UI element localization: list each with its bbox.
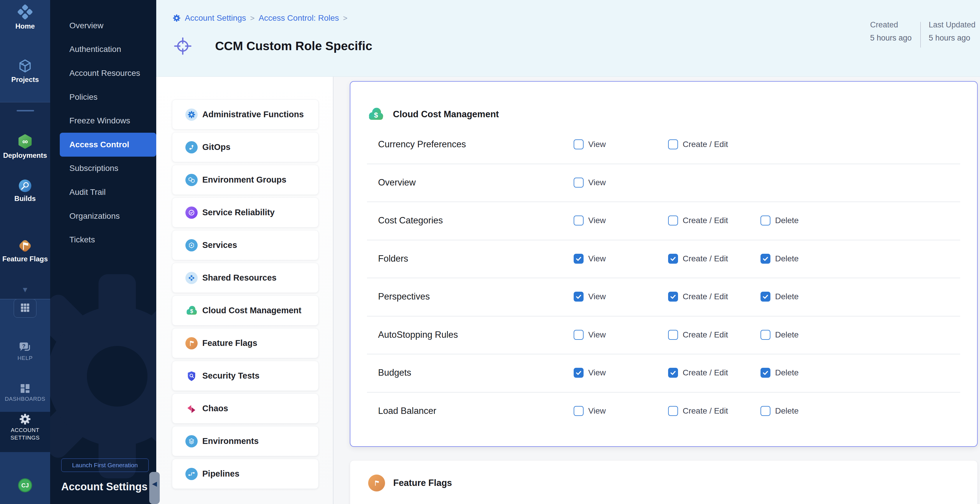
feature-flags-icon	[368, 475, 385, 491]
rail-item-deployments[interactable]: ∞ Deployments	[0, 133, 50, 159]
rail-label-deployments: Deployments	[0, 152, 50, 159]
breadcrumb: Account Settings > Access Control: Roles…	[173, 11, 347, 26]
checkbox-cost-categories-create-edit[interactable]	[668, 215, 678, 225]
resource-card-environments[interactable]: Environments	[172, 426, 318, 456]
resource-list: Administrative FunctionsGitOpsEnvironmen…	[156, 77, 333, 504]
checkbox-folders-delete[interactable]	[760, 254, 770, 264]
cloud-cost-icon: $	[185, 305, 197, 317]
breadcrumb-access-control-roles[interactable]: Access Control: Roles	[259, 13, 339, 23]
checkbox-autostopping-rules-delete[interactable]	[760, 330, 770, 340]
sidenav-list: OverviewAuthenticationAccount ResourcesP…	[50, 14, 156, 252]
shared-resources-icon	[185, 272, 197, 284]
permission-label: View	[588, 330, 606, 340]
row-divider	[367, 316, 960, 316]
resource-card-pipelines[interactable]: Pipelines	[172, 459, 318, 489]
services-icon	[185, 239, 197, 251]
service-reliability-icon	[185, 206, 197, 219]
permission-label: Delete	[775, 254, 799, 263]
resource-card-environment-groups[interactable]: Environment Groups	[172, 165, 318, 195]
sidenav-item-authentication[interactable]: Authentication	[50, 38, 156, 62]
sidenav-item-policies[interactable]: Policies	[50, 85, 156, 109]
resource-card-label: Services	[202, 240, 237, 250]
admin-gear-icon	[185, 108, 197, 121]
permission-label: View	[588, 368, 606, 377]
resource-card-cloud-cost-management[interactable]: $Cloud Cost Management	[172, 295, 318, 325]
checkbox-budgets-view[interactable]	[574, 368, 584, 378]
rail-item-feature-flags[interactable]: Feature Flags	[0, 238, 50, 263]
permission-label: Delete	[775, 216, 799, 225]
rail-item-home[interactable]: Home	[0, 3, 50, 30]
settings-sidenav: OverviewAuthenticationAccount ResourcesP…	[50, 0, 156, 504]
permission-row-load-balancer: Load BalancerViewCreate / EditDelete	[350, 392, 977, 430]
resource-card-security-tests[interactable]: Security Tests	[172, 361, 318, 391]
rail-item-projects[interactable]: Projects	[0, 57, 50, 84]
permission-row-label: Cost Categories	[378, 215, 443, 226]
sidenav-item-audit-trail[interactable]: Audit Trail	[50, 180, 156, 204]
checkbox-load-balancer-create-edit[interactable]	[668, 406, 678, 416]
checkbox-overview-view[interactable]	[574, 178, 584, 188]
resource-card-label: Security Tests	[202, 371, 259, 381]
checkbox-autostopping-rules-view[interactable]	[574, 330, 584, 340]
gear-watermark-icon	[50, 260, 156, 493]
rail-label-settings: SETTINGS	[0, 434, 50, 442]
breadcrumb-account-settings[interactable]: Account Settings	[185, 13, 246, 23]
builds-ci-icon	[18, 178, 33, 193]
checkbox-load-balancer-view[interactable]	[574, 406, 584, 416]
svg-text:$: $	[190, 308, 193, 314]
rail-item-builds[interactable]: Builds	[0, 178, 50, 203]
checkbox-autostopping-rules-create-edit[interactable]	[668, 330, 678, 340]
resource-card-service-reliability[interactable]: Service Reliability	[172, 198, 318, 228]
checkbox-budgets-delete[interactable]	[760, 368, 770, 378]
resource-card-administrative-functions[interactable]: Administrative Functions	[172, 99, 318, 129]
rail-item-help[interactable]: ? HELP	[0, 340, 50, 361]
sidenav-item-subscriptions[interactable]: Subscriptions	[50, 156, 156, 180]
rail-more-chevron-down-icon[interactable]: ▼	[0, 287, 50, 292]
checkbox-load-balancer-delete[interactable]	[760, 406, 770, 416]
resource-card-feature-flags[interactable]: Feature Flags	[172, 328, 318, 358]
rail-label-home: Home	[0, 22, 50, 30]
module-rail: Home Projects ∞ Deployments Builds	[0, 0, 50, 504]
checkbox-currency-preferences-view[interactable]	[574, 139, 584, 149]
permission-row-folders: FoldersViewCreate / EditDelete	[350, 240, 977, 278]
rail-label-builds: Builds	[0, 195, 50, 203]
resource-card-shared-resources[interactable]: Shared Resources	[172, 263, 318, 293]
checkbox-budgets-create-edit[interactable]	[668, 368, 678, 378]
sidenav-item-tickets[interactable]: Tickets	[50, 228, 156, 252]
checkbox-folders-view[interactable]	[574, 254, 584, 264]
resource-card-chaos[interactable]: Chaos	[172, 394, 318, 424]
rail-item-dashboards[interactable]: DASHBOARDS	[0, 382, 50, 402]
sidenav-item-organizations[interactable]: Organizations	[50, 204, 156, 228]
resource-card-gitops[interactable]: GitOps	[172, 132, 318, 162]
checkbox-cost-categories-delete[interactable]	[760, 215, 770, 225]
sidenav-item-access-control[interactable]: Access Control	[60, 133, 156, 156]
sidenav-item-overview[interactable]: Overview	[50, 14, 156, 38]
app-window: Home Projects ∞ Deployments Builds	[0, 0, 980, 504]
checkbox-perspectives-create-edit[interactable]	[668, 292, 678, 301]
projects-cube-icon	[17, 57, 33, 74]
rail-section-profile	[0, 452, 50, 504]
breadcrumb-separator-icon: >	[250, 14, 255, 23]
module-picker-button[interactable]	[14, 299, 37, 317]
svg-text:?: ?	[22, 343, 25, 349]
checkbox-perspectives-delete[interactable]	[760, 292, 770, 301]
rail-label-dashboards: DASHBOARDS	[0, 396, 50, 402]
resource-card-label: Environments	[202, 436, 259, 446]
page-header: Account Settings > Access Control: Roles…	[156, 0, 980, 77]
rail-item-account-settings[interactable]: ACCOUNT SETTINGS	[0, 413, 50, 442]
dashboards-tiles-icon	[19, 382, 31, 395]
checkbox-cost-categories-view[interactable]	[574, 215, 584, 225]
launch-first-generation-button[interactable]: Launch First Generation	[61, 458, 149, 472]
user-avatar[interactable]: CJ	[18, 478, 32, 492]
sidenav-item-freeze-windows[interactable]: Freeze Windows	[50, 109, 156, 133]
sidenav-collapse-button[interactable]: ◀	[149, 472, 160, 504]
checkbox-perspectives-view[interactable]	[574, 292, 584, 301]
pipelines-icon	[185, 468, 197, 480]
feature-flags-panel: Feature Flags	[350, 460, 978, 504]
permission-row-budgets: BudgetsViewCreate / EditDelete	[350, 354, 977, 392]
checkbox-currency-preferences-create-edit[interactable]	[668, 139, 678, 149]
sidenav-item-account-resources[interactable]: Account Resources	[50, 61, 156, 85]
rail-separator-dash	[17, 110, 34, 112]
help-chat-icon: ?	[18, 340, 32, 354]
resource-card-services[interactable]: Services	[172, 230, 318, 260]
checkbox-folders-create-edit[interactable]	[668, 254, 678, 264]
